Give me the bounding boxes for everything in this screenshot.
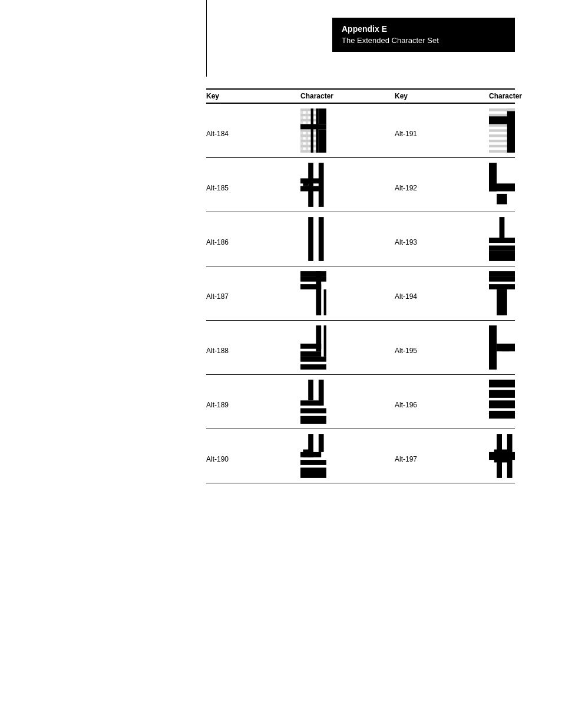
svg-rect-55 <box>324 289 326 315</box>
key-alt-191: Alt-191 <box>395 124 489 138</box>
svg-rect-34 <box>308 163 313 207</box>
svg-rect-79 <box>300 416 326 424</box>
char-alt-197 <box>489 434 562 478</box>
key-alt-188: Alt-188 <box>206 341 300 355</box>
svg-rect-54 <box>316 271 321 315</box>
svg-rect-66 <box>316 325 321 351</box>
col-char2: Character <box>489 92 562 100</box>
svg-rect-71 <box>489 325 497 370</box>
svg-rect-84 <box>489 411 515 419</box>
svg-rect-42 <box>497 194 507 205</box>
key-alt-184: Alt-184 <box>206 124 300 138</box>
char-alt-185 <box>300 163 395 207</box>
col-key1: Key <box>206 92 300 100</box>
svg-rect-41 <box>489 163 497 191</box>
svg-rect-32 <box>489 108 515 111</box>
svg-rect-83 <box>489 400 515 408</box>
svg-rect-68 <box>300 357 326 362</box>
svg-rect-59 <box>489 284 515 289</box>
char-alt-196 <box>489 380 562 424</box>
table-header: Key Character Key Character <box>206 88 515 104</box>
vertical-divider <box>206 0 207 77</box>
table-row: Alt-189 Alt-196 <box>206 375 515 429</box>
svg-rect-73 <box>502 346 510 351</box>
svg-rect-48 <box>489 246 515 251</box>
char-alt-193 <box>489 217 562 261</box>
svg-rect-77 <box>300 400 321 406</box>
char-alt-195 <box>489 325 562 370</box>
key-alt-192: Alt-192 <box>395 178 489 192</box>
key-alt-195: Alt-195 <box>395 341 489 355</box>
svg-rect-44 <box>308 217 313 261</box>
table-row: Alt-184 <box>206 104 515 158</box>
svg-rect-15 <box>319 108 326 124</box>
table-body: Alt-184 <box>206 104 515 483</box>
svg-rect-50 <box>489 251 515 261</box>
table-row: Alt-187 Alt-194 <box>206 266 515 321</box>
svg-rect-78 <box>300 409 326 414</box>
key-alt-196: Alt-196 <box>395 395 489 409</box>
key-alt-193: Alt-193 <box>395 232 489 246</box>
page-header: Appendix E The Extended Character Set <box>0 0 562 77</box>
key-alt-189: Alt-189 <box>206 395 300 409</box>
svg-rect-58 <box>489 276 515 282</box>
key-alt-185: Alt-185 <box>206 178 300 192</box>
col-char1: Character <box>300 92 395 100</box>
svg-rect-18 <box>311 108 313 153</box>
appendix-title: The Extended Character Set <box>342 35 505 46</box>
svg-rect-82 <box>489 390 515 398</box>
svg-rect-37 <box>300 186 321 192</box>
character-table: Key Character Key Character Alt-184 <box>206 88 515 483</box>
key-alt-187: Alt-187 <box>206 286 300 301</box>
char-alt-189 <box>300 380 395 424</box>
char-alt-190 <box>300 434 395 478</box>
svg-rect-17 <box>319 129 326 153</box>
svg-rect-56 <box>300 271 326 276</box>
svg-rect-45 <box>319 217 324 261</box>
svg-rect-49 <box>500 217 505 241</box>
col-key2: Key <box>395 92 489 100</box>
svg-rect-75 <box>308 380 313 400</box>
svg-rect-61 <box>489 271 515 276</box>
char-alt-192 <box>489 163 562 207</box>
key-alt-194: Alt-194 <box>395 286 489 301</box>
svg-rect-52 <box>300 276 326 282</box>
svg-rect-81 <box>489 380 515 387</box>
svg-rect-69 <box>300 364 326 370</box>
svg-rect-89 <box>303 450 310 457</box>
char-alt-191 <box>489 108 562 153</box>
svg-rect-31 <box>507 108 515 153</box>
appendix-label: Appendix E <box>342 24 505 35</box>
char-alt-184 <box>300 108 395 153</box>
svg-rect-87 <box>319 434 324 452</box>
svg-rect-65 <box>300 351 321 357</box>
svg-rect-35 <box>319 163 324 207</box>
char-alt-187 <box>300 271 395 315</box>
appendix-header-box: Appendix E The Extended Character Set <box>332 18 515 52</box>
char-alt-188 <box>300 325 395 370</box>
key-alt-186: Alt-186 <box>206 232 300 246</box>
char-alt-194 <box>489 271 562 315</box>
key-alt-190: Alt-190 <box>206 449 300 463</box>
table-row: Alt-185 Alt-192 <box>206 158 515 212</box>
svg-rect-62 <box>497 289 507 315</box>
table-row: Alt-186 Alt-193 <box>206 212 515 266</box>
svg-rect-96 <box>494 450 510 463</box>
char-alt-186 <box>300 217 395 261</box>
table-row: Alt-190 Alt-197 <box>206 429 515 483</box>
key-alt-197: Alt-197 <box>395 449 489 463</box>
svg-rect-91 <box>300 467 326 478</box>
svg-rect-38 <box>303 181 308 186</box>
svg-rect-90 <box>300 460 326 465</box>
table-row: Alt-188 Alt-195 <box>206 321 515 375</box>
svg-rect-67 <box>324 325 326 357</box>
svg-rect-19 <box>316 108 318 153</box>
